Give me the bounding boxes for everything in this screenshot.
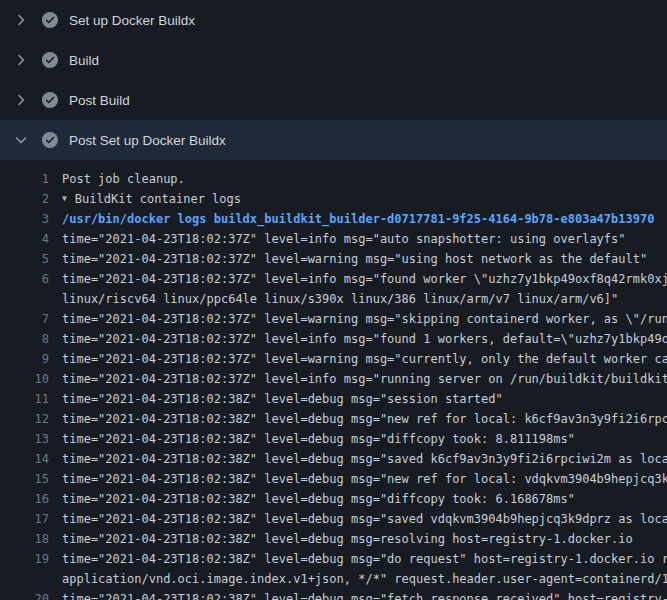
- actions-log-viewer: Set up Docker BuildxBuildPost BuildPost …: [0, 0, 667, 600]
- chevron-right-icon: [13, 92, 29, 108]
- log-line: 19time="2021-04-23T18:02:38Z" level=debu…: [0, 549, 667, 569]
- check-circle-icon: [42, 12, 58, 28]
- log-line: 18time="2021-04-23T18:02:38Z" level=debu…: [0, 529, 667, 549]
- check-circle-icon: [42, 52, 58, 68]
- log-line-text: time="2021-04-23T18:02:38Z" level=debug …: [62, 529, 667, 549]
- chevron-right-icon: [13, 12, 29, 28]
- log-group-label: BuildKit container logs: [75, 192, 241, 206]
- log-line: 17time="2021-04-23T18:02:38Z" level=debu…: [0, 509, 667, 529]
- log-line-text: ▼BuildKit container logs: [62, 189, 667, 209]
- log-line-text: time="2021-04-23T18:02:37Z" level=info m…: [62, 229, 667, 249]
- log-line-text: time="2021-04-23T18:02:38Z" level=debug …: [62, 589, 667, 600]
- chevron-right-icon: [13, 52, 29, 68]
- check-circle-icon: [42, 132, 58, 148]
- log-line-number: 13: [0, 429, 49, 449]
- log-line-number: 4: [0, 229, 49, 249]
- log-line-number: [0, 289, 49, 309]
- log-group-line[interactable]: 2▼BuildKit container logs: [0, 189, 667, 209]
- log-line-number: 14: [0, 449, 49, 469]
- log-line: 10time="2021-04-23T18:02:37Z" level=info…: [0, 369, 667, 389]
- log-line: 12time="2021-04-23T18:02:38Z" level=debu…: [0, 409, 667, 429]
- log-line-number: 7: [0, 309, 49, 329]
- log-line-text: time="2021-04-23T18:02:38Z" level=debug …: [62, 549, 667, 569]
- log-line: linux/riscv64 linux/ppc64le linux/s390x …: [0, 289, 667, 309]
- log-line-text: /usr/bin/docker logs buildx_buildkit_bui…: [62, 209, 667, 229]
- step-label: Build: [69, 53, 99, 68]
- log-line: 7time="2021-04-23T18:02:37Z" level=warni…: [0, 309, 667, 329]
- log-line-text: time="2021-04-23T18:02:38Z" level=debug …: [62, 389, 667, 409]
- disclosure-triangle-icon[interactable]: ▼: [62, 189, 67, 209]
- log-line: 9time="2021-04-23T18:02:37Z" level=warni…: [0, 349, 667, 369]
- log-line-number: 6: [0, 269, 49, 289]
- log-line-number: 19: [0, 549, 49, 569]
- log-line-number: 18: [0, 529, 49, 549]
- log-line: 3/usr/bin/docker logs buildx_buildkit_bu…: [0, 209, 667, 229]
- chevron-down-icon: [13, 132, 29, 148]
- log-line-text: time="2021-04-23T18:02:37Z" level=warnin…: [62, 349, 667, 369]
- log-line-number: 1: [0, 169, 49, 189]
- log-line-text: time="2021-04-23T18:02:37Z" level=info m…: [62, 269, 667, 289]
- log-line: 16time="2021-04-23T18:02:38Z" level=debu…: [0, 489, 667, 509]
- log-line-text: time="2021-04-23T18:02:38Z" level=debug …: [62, 509, 667, 529]
- log-line-number: 2: [0, 189, 49, 209]
- check-circle-icon: [42, 92, 58, 108]
- log-line-text: time="2021-04-23T18:02:37Z" level=info m…: [62, 369, 667, 389]
- step-header[interactable]: Set up Docker Buildx: [0, 0, 667, 40]
- step-header[interactable]: Build: [0, 40, 667, 80]
- log-line-number: 12: [0, 409, 49, 429]
- step-label: Set up Docker Buildx: [69, 13, 195, 28]
- log-line-text: linux/riscv64 linux/ppc64le linux/s390x …: [62, 289, 667, 309]
- log-line: 8time="2021-04-23T18:02:37Z" level=info …: [0, 329, 667, 349]
- log-line-number: 5: [0, 249, 49, 269]
- log-line: 13time="2021-04-23T18:02:38Z" level=debu…: [0, 429, 667, 449]
- log-line-text: time="2021-04-23T18:02:37Z" level=warnin…: [62, 309, 667, 329]
- log-line: application/vnd.oci.image.index.v1+json,…: [0, 569, 667, 589]
- log-line-number: 10: [0, 369, 49, 389]
- log-line-number: [0, 569, 49, 589]
- log-line-number: 17: [0, 509, 49, 529]
- log-line-text: Post job cleanup.: [62, 169, 667, 189]
- log-line-number: 20: [0, 589, 49, 600]
- log-line: 4time="2021-04-23T18:02:37Z" level=info …: [0, 229, 667, 249]
- log-line-text: time="2021-04-23T18:02:38Z" level=debug …: [62, 469, 667, 489]
- log-line-number: 8: [0, 329, 49, 349]
- log-line-number: 3: [0, 209, 49, 229]
- step-label: Post Build: [69, 93, 130, 108]
- log-line: 14time="2021-04-23T18:02:38Z" level=debu…: [0, 449, 667, 469]
- log-line: 11time="2021-04-23T18:02:38Z" level=debu…: [0, 389, 667, 409]
- log-line: 6time="2021-04-23T18:02:37Z" level=info …: [0, 269, 667, 289]
- step-header[interactable]: Post Set up Docker Buildx: [0, 120, 667, 160]
- log-line: 15time="2021-04-23T18:02:38Z" level=debu…: [0, 469, 667, 489]
- log-line-text: time="2021-04-23T18:02:38Z" level=debug …: [62, 489, 667, 509]
- log-line-text: time="2021-04-23T18:02:38Z" level=debug …: [62, 409, 667, 429]
- step-list: Set up Docker BuildxBuildPost BuildPost …: [0, 0, 667, 160]
- log-line-text: time="2021-04-23T18:02:37Z" level=warnin…: [62, 249, 667, 269]
- log-line-number: 15: [0, 469, 49, 489]
- log-line-number: 9: [0, 349, 49, 369]
- log-line-text: application/vnd.oci.image.index.v1+json,…: [62, 569, 667, 589]
- log-line: 5time="2021-04-23T18:02:37Z" level=warni…: [0, 249, 667, 269]
- log-line: 20time="2021-04-23T18:02:38Z" level=debu…: [0, 589, 667, 600]
- step-header[interactable]: Post Build: [0, 80, 667, 120]
- log-line: 1Post job cleanup.: [0, 169, 667, 189]
- log-line-text: time="2021-04-23T18:02:38Z" level=debug …: [62, 449, 667, 469]
- log-line-number: 11: [0, 389, 49, 409]
- log-line-text: time="2021-04-23T18:02:38Z" level=debug …: [62, 429, 667, 449]
- step-label: Post Set up Docker Buildx: [69, 133, 226, 148]
- log-line-number: 16: [0, 489, 49, 509]
- log-area: 1Post job cleanup.2▼BuildKit container l…: [0, 160, 667, 600]
- log-line-text: time="2021-04-23T18:02:37Z" level=info m…: [62, 329, 667, 349]
